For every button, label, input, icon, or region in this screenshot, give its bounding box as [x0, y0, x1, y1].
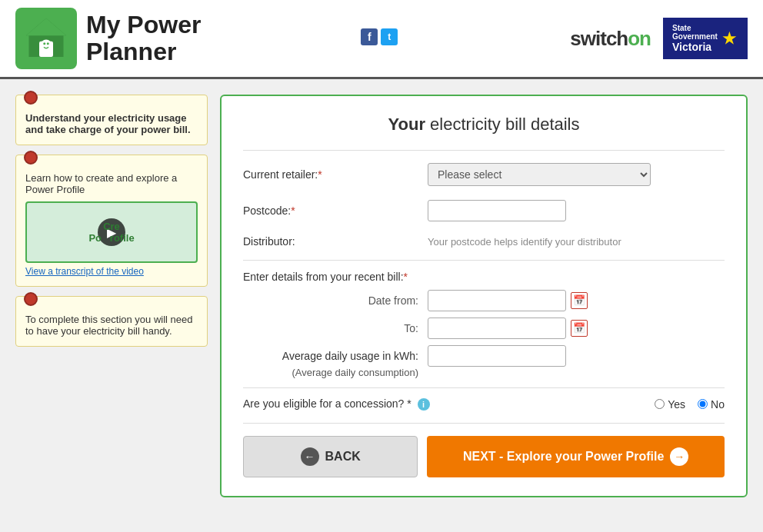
divider-3	[243, 387, 725, 388]
app-header: My Power Planner f t switchon State Gove…	[0, 0, 763, 79]
button-row: ← BACK NEXT - Explore your Power Profile…	[243, 423, 725, 477]
sidebar-card-3-text: To complete this section you will need t…	[25, 314, 198, 337]
divider-1	[243, 150, 725, 151]
kwh-label: Average daily usage in kWh:	[243, 350, 428, 362]
transcript-link[interactable]: View a transcript of the video	[25, 266, 198, 277]
concession-yes-label[interactable]: Yes	[655, 398, 685, 411]
pin-icon-3	[24, 292, 38, 306]
sidebar-card-1: Understand your electricity usage and ta…	[15, 95, 208, 145]
social-area: f t	[361, 28, 398, 48]
date-from-label: Date from:	[243, 294, 428, 307]
distributor-hint: Your postcode helps identify your distri…	[428, 236, 725, 248]
kwh-section: Average daily usage in kWh: (Average dai…	[243, 345, 725, 378]
form-panel: Your electricity bill details Current re…	[220, 95, 748, 497]
concession-radio-group: Yes No	[655, 398, 725, 411]
sidebar-card-3: To complete this section you will need t…	[15, 296, 208, 347]
svg-point-5	[47, 42, 49, 45]
form-title: Your electricity bill details	[243, 115, 725, 135]
video-thumbnail[interactable]: CrePo rofile ▶	[25, 201, 198, 263]
date-from-row: Date from: 📅	[243, 290, 725, 311]
sidebar-card-2: Learn how to create and explore a Power …	[15, 155, 208, 287]
concession-row: Are you eligible for a concession? * i Y…	[243, 397, 725, 411]
concession-no-radio[interactable]	[698, 399, 708, 409]
distributor-label: Distributor:	[243, 235, 428, 248]
date-to-row: To: 📅	[243, 318, 725, 339]
concession-no-label[interactable]: No	[698, 398, 725, 411]
concession-info-icon[interactable]: i	[418, 398, 430, 411]
sidebar-card-1-text: Understand your electricity usage and ta…	[25, 112, 191, 135]
date-to-label: To:	[243, 322, 428, 334]
kwh-sublabel: (Average daily consumption)	[243, 367, 428, 378]
app-title-text: My Power Planner	[86, 12, 201, 65]
facebook-icon[interactable]: f	[361, 28, 378, 45]
kwh-sub-row: (Average daily consumption)	[243, 367, 725, 378]
logo-area: My Power Planner	[15, 8, 201, 69]
concession-yes-radio[interactable]	[655, 399, 665, 409]
bill-section-label: Enter details from your recent bill:*	[243, 270, 725, 284]
twitter-icon[interactable]: t	[381, 28, 398, 45]
back-arrow-icon: ←	[301, 447, 319, 466]
svg-point-3	[41, 40, 52, 52]
main-content: Understand your electricity usage and ta…	[0, 79, 763, 513]
switchon-logo: switchon	[558, 21, 663, 57]
victoria-logo: State Government Victoria ★	[663, 18, 748, 59]
distributor-row: Distributor: Your postcode helps identif…	[243, 232, 725, 251]
next-arrow-icon: →	[670, 447, 688, 466]
partner-logos: switchon State Government Victoria ★	[558, 18, 748, 59]
kwh-input[interactable]	[428, 345, 566, 367]
kwh-row: Average daily usage in kWh:	[243, 345, 725, 367]
postcode-label: Postcode:*	[243, 204, 428, 217]
date-to-input[interactable]	[428, 318, 566, 339]
pin-icon-2	[24, 151, 38, 165]
retailer-row: Current retailer:* Please select AGL Ori…	[243, 160, 725, 189]
date-from-calendar-icon[interactable]: 📅	[571, 292, 588, 309]
retailer-select[interactable]: Please select AGL Origin Energy EnergyAu…	[428, 163, 651, 186]
postcode-row: Postcode:*	[243, 197, 725, 224]
sidebar-card-2-text: Learn how to create and explore a Power …	[25, 172, 198, 195]
house-svg	[23, 15, 69, 62]
date-from-input[interactable]	[428, 290, 566, 311]
divider-2	[243, 260, 725, 261]
concession-label: Are you eligible for a concession? * i	[243, 397, 655, 411]
pin-icon-1	[24, 91, 38, 105]
video-overlay-text: CrePo rofile	[88, 221, 134, 244]
svg-marker-1	[26, 18, 67, 36]
retailer-label: Current retailer:*	[243, 168, 428, 181]
social-icons-row: f t	[361, 28, 398, 45]
date-to-calendar-icon[interactable]: 📅	[571, 320, 588, 337]
app-logo	[15, 8, 77, 69]
postcode-control	[428, 200, 725, 221]
title-line: My Power Planner	[86, 12, 201, 65]
next-button[interactable]: NEXT - Explore your Power Profile →	[427, 436, 725, 477]
sidebar: Understand your electricity usage and ta…	[15, 95, 208, 497]
postcode-input[interactable]	[428, 200, 566, 221]
svg-point-4	[43, 42, 45, 45]
retailer-control: Please select AGL Origin Energy EnergyAu…	[428, 163, 725, 186]
vic-text: State Government Victoria	[672, 24, 718, 53]
next-label-text: NEXT - Explore your Power Profile	[463, 450, 664, 464]
vic-star-icon: ★	[722, 29, 736, 48]
back-button[interactable]: ← BACK	[243, 436, 418, 477]
